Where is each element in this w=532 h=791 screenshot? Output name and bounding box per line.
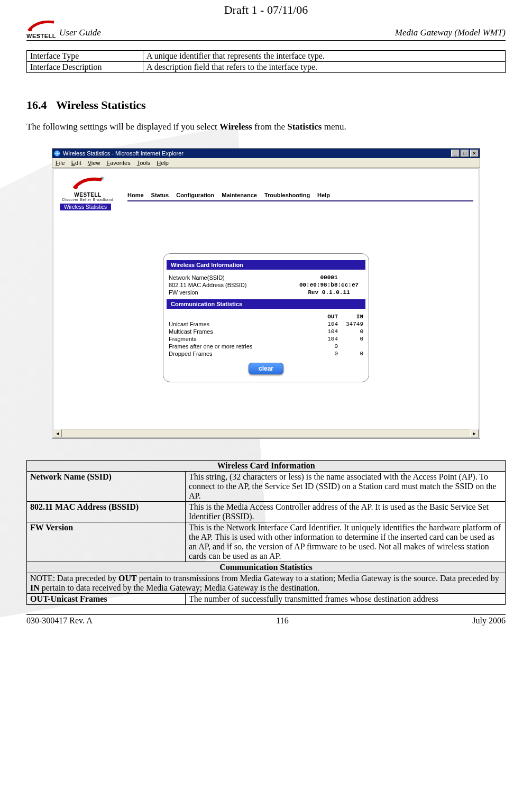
out-value: 0: [313, 343, 338, 349]
in-value: 0: [338, 336, 363, 342]
row-value: The number of successfully transmitted f…: [186, 594, 506, 605]
clear-button[interactable]: clear: [249, 363, 283, 374]
window-titlebar: Wireless Statistics - Microsoft Internet…: [52, 149, 480, 158]
scroll-left-icon[interactable]: ◄: [53, 429, 62, 437]
row-label: Unicast Frames: [169, 321, 313, 327]
in-value: 34749: [338, 321, 363, 327]
draft-header: Draft 1 - 07/11/06: [26, 0, 506, 17]
sub-nav: Wireless Statistics: [60, 204, 479, 210]
stats-column-header: OUT IN: [169, 313, 363, 320]
svg-point-2: [75, 186, 78, 189]
window-title: Wireless Statistics - Microsoft Internet…: [63, 150, 184, 157]
stats-row: Frames after one or more retries0: [169, 343, 363, 350]
out-value: 104: [313, 328, 338, 335]
westell-logo: WESTELL: [26, 19, 56, 39]
nav-maintenance[interactable]: Maintenance: [222, 192, 257, 198]
stats-row: Multicast Frames1040: [169, 328, 363, 335]
page-footer: 030-300417 Rev. A 116 July 2006: [26, 615, 506, 626]
nav-troubleshooting[interactable]: Troubleshooting: [264, 192, 310, 198]
stats-row: Dropped Frames00: [169, 350, 363, 357]
row-label: Frames after one or more retries: [169, 343, 313, 349]
nav-help[interactable]: Help: [317, 192, 330, 198]
in-value: 0: [338, 351, 363, 357]
row-label: Interface Description: [27, 62, 143, 73]
header-rule: [26, 40, 506, 41]
westell-wordmark: WESTELL: [26, 33, 56, 39]
menu-help[interactable]: Help: [157, 160, 169, 166]
out-value: 104: [313, 336, 338, 342]
swoosh-icon: [27, 19, 55, 33]
user-guide-label: User Guide: [57, 27, 395, 38]
table-row: Interface DescriptionA description field…: [27, 62, 506, 73]
scroll-right-icon[interactable]: ►: [470, 429, 479, 437]
menu-view[interactable]: View: [88, 160, 100, 166]
menu-tools[interactable]: Tools: [137, 160, 151, 166]
row-label: FW version: [169, 289, 295, 296]
out-value: 104: [313, 321, 338, 327]
row-value: 00:e0:98:b8:cc:e7: [295, 282, 363, 288]
subnav-wireless-statistics[interactable]: Wireless Statistics: [60, 204, 111, 210]
menu-favorites[interactable]: Favorites: [106, 160, 130, 166]
row-label: 802.11 MAC Address (BSSID): [27, 502, 186, 522]
in-value: [338, 343, 363, 349]
close-button[interactable]: ×: [470, 150, 479, 157]
app-wordmark: WESTELL: [59, 192, 117, 198]
horizontal-scrollbar[interactable]: ◄ ►: [53, 429, 479, 437]
col-in: IN: [338, 314, 363, 320]
model-label: Media Gateway (Model WMT): [395, 27, 506, 38]
browser-screenshot: Wireless Statistics - Microsoft Internet…: [52, 148, 480, 439]
nav-status[interactable]: Status: [151, 192, 169, 198]
minimize-button[interactable]: _: [451, 150, 460, 157]
row-value: A description field that refers to the i…: [143, 62, 506, 73]
row-value: A unique identifier that represents the …: [143, 51, 506, 62]
table-row: 802.11 MAC Address (BSSID)This is the Me…: [27, 502, 506, 522]
row-value: This is the Network Interface Card Ident…: [186, 522, 506, 562]
stats-row: Unicast Frames10434749: [169, 320, 363, 328]
stats-panel: Wireless Card Information Network Name(S…: [163, 253, 369, 382]
row-label: Network Name(SSID): [169, 274, 295, 281]
nav-home[interactable]: Home: [127, 192, 144, 198]
svg-text:®: ®: [100, 176, 104, 181]
footer-date: July 2006: [472, 616, 506, 626]
swoosh-icon: ®: [59, 175, 117, 192]
wireless-info-table: Wireless Card InformationNetwork Name (S…: [26, 460, 506, 605]
section-title: Wireless Statistics: [56, 98, 146, 112]
row-value: Rev 0.1.0.11: [295, 289, 363, 296]
out-value: 0: [313, 351, 338, 357]
card-info-row: 802.11 MAC Address (BSSID)00:e0:98:b8:cc…: [169, 281, 363, 289]
svg-point-0: [29, 28, 32, 31]
row-label: 802.11 MAC Address (BSSID): [169, 282, 295, 288]
col-out: OUT: [313, 314, 338, 320]
main-nav: HomeStatusConfigurationMaintenanceTroubl…: [127, 192, 473, 201]
note-row: NOTE: Data preceded by OUT pertain to tr…: [27, 573, 506, 594]
page-header: WESTELL User Guide Media Gateway (Model …: [26, 19, 506, 39]
interface-desc-table: Interface TypeA unique identifier that r…: [26, 50, 506, 73]
app-logo: ® WESTELL Discover Better Broadband: [59, 175, 117, 201]
row-value: This string, (32 characters or less) is …: [186, 472, 506, 502]
row-value: This is the Media Access Controller addr…: [186, 502, 506, 522]
row-label: FW Version: [27, 522, 186, 562]
row-label: Dropped Frames: [169, 351, 313, 357]
menu-edit[interactable]: Edit: [71, 160, 81, 166]
row-value: 00001: [295, 274, 363, 281]
browser-menubar: FileEditViewFavoritesToolsHelp: [52, 158, 480, 168]
table-row: Network Name (SSID)This string, (32 char…: [27, 472, 506, 502]
table-row: OUT-Unicast FramesThe number of successf…: [27, 594, 506, 605]
card-info-row: Network Name(SSID)00001: [169, 274, 363, 281]
nav-configuration[interactable]: Configuration: [176, 192, 214, 198]
panel-header-card-info: Wireless Card Information: [167, 260, 365, 270]
in-value: 0: [338, 328, 363, 335]
card-info-row: FW versionRev 0.1.0.11: [169, 289, 363, 296]
app-tagline: Discover Better Broadband: [59, 198, 117, 201]
table-row: FW VersionThis is the Network Interface …: [27, 522, 506, 562]
row-label: Network Name (SSID): [27, 472, 186, 502]
footer-page-number: 116: [276, 616, 288, 626]
row-label: Multicast Frames: [169, 328, 313, 335]
section-heading: 16.4Wireless Statistics: [26, 98, 506, 112]
footer-doc-id: 030-300417 Rev. A: [26, 616, 93, 626]
menu-file[interactable]: File: [56, 160, 65, 166]
section-header-comm-stats: Communication Statistics: [27, 562, 506, 573]
maximize-button[interactable]: □: [461, 150, 469, 157]
table-row: Interface TypeA unique identifier that r…: [27, 51, 506, 62]
panel-header-comm-stats: Communication Statistics: [167, 299, 365, 309]
